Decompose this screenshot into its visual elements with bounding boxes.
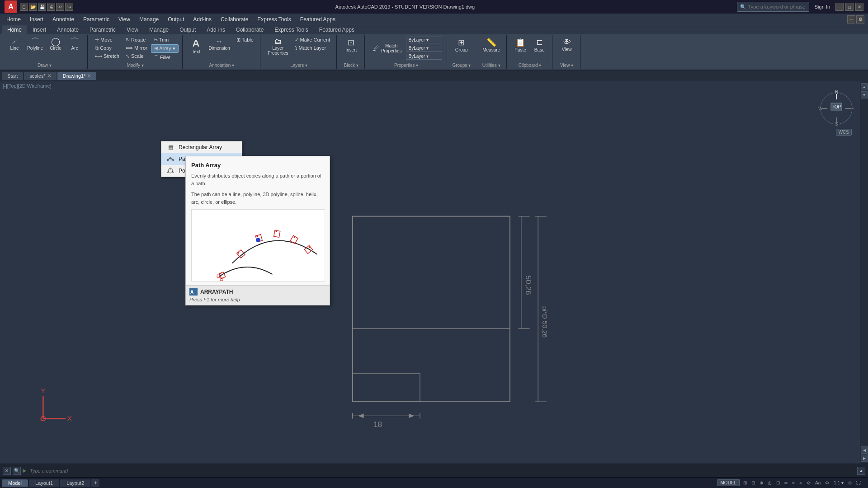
- ribbon-search[interactable]: 🔍 Type a keyword or phrase: [737, 2, 809, 12]
- menu-parametric[interactable]: Parametric: [79, 15, 114, 23]
- view-btn[interactable]: 👁 View: [558, 36, 576, 53]
- tab-express[interactable]: Express Tools: [269, 25, 313, 34]
- layout-tab-add[interactable]: +: [91, 479, 99, 487]
- status-model[interactable]: MODEL: [717, 479, 740, 486]
- close-btn[interactable]: ✕: [855, 3, 863, 11]
- cmd-expand-btn[interactable]: ▲: [857, 467, 865, 475]
- menu-home[interactable]: Home: [2, 15, 25, 23]
- undo-btn[interactable]: ↩: [56, 3, 64, 11]
- insert-btn[interactable]: ⊡ Insert: [342, 36, 360, 54]
- bylayer-lineweight[interactable]: ByLayer ▾: [406, 53, 442, 60]
- tab-annotate[interactable]: Annotate: [52, 25, 84, 34]
- dimension-btn[interactable]: ↔ Dimension: [206, 36, 233, 52]
- tab-scales-close[interactable]: ✕: [47, 73, 51, 78]
- stretch-btn[interactable]: ⟷ Stretch: [92, 52, 122, 60]
- tab-insert[interactable]: Insert: [27, 25, 52, 34]
- base-btn[interactable]: ⊏ Base: [530, 36, 548, 54]
- tab-parametric[interactable]: Parametric: [84, 25, 121, 34]
- rectangular-array-item[interactable]: ▦ Rectangular Array: [161, 141, 242, 153]
- tab-collaborate[interactable]: Collaborate: [231, 25, 269, 34]
- panel-btn-3[interactable]: ◀: [861, 446, 868, 454]
- line-btn[interactable]: ⟋ Line: [5, 36, 24, 52]
- copy-btn[interactable]: ⧉ Copy: [92, 44, 122, 52]
- menu-collaborate[interactable]: Collaborate: [216, 15, 253, 23]
- tab-scales[interactable]: scales* ✕: [24, 72, 56, 80]
- ribbon-settings-btn[interactable]: ⚙: [856, 15, 864, 23]
- sel-btn[interactable]: ⊘: [805, 480, 812, 486]
- fullscreen-btn[interactable]: ⛶: [854, 480, 863, 486]
- clipboard-group-label: Clipboard ▾: [519, 63, 542, 68]
- redo-btn[interactable]: ↪: [65, 3, 73, 11]
- menu-annotate[interactable]: Annotate: [48, 15, 79, 23]
- match-layer-btn[interactable]: ⤵ Match Layer: [292, 44, 333, 52]
- save-btn[interactable]: 💾: [38, 3, 46, 11]
- trim-btn[interactable]: ✂ Trim: [151, 36, 179, 44]
- ortho-btn[interactable]: ⊕: [758, 480, 765, 486]
- osnap-btn[interactable]: ⊡: [774, 480, 782, 486]
- bylayer-color[interactable]: ByLayer ▾: [406, 37, 442, 43]
- anno-btn[interactable]: Aa: [813, 480, 822, 486]
- tab-start[interactable]: Start: [2, 72, 23, 80]
- layout-tab-model[interactable]: Model: [2, 479, 28, 487]
- polyline-btn[interactable]: ⌒ Polyline: [24, 36, 46, 52]
- fillet-btn[interactable]: ⌒ Fillet: [151, 53, 179, 62]
- tab-drawing1[interactable]: Drawing1* ✕: [57, 72, 97, 80]
- cmd-clear-btn[interactable]: ✕: [3, 467, 11, 475]
- menu-insert[interactable]: Insert: [25, 15, 48, 23]
- panel-btn-4[interactable]: ▶: [861, 455, 868, 462]
- panel-btn-2[interactable]: ▼: [861, 91, 868, 99]
- layout-tab-layout1[interactable]: Layout1: [29, 479, 59, 487]
- rotate-btn[interactable]: ↻ Rotate: [123, 36, 150, 44]
- ribbon-minimize-btn[interactable]: ─: [847, 15, 855, 23]
- tab-manage[interactable]: Manage: [144, 25, 174, 34]
- menu-view[interactable]: View: [114, 15, 135, 23]
- restore-btn[interactable]: □: [845, 3, 854, 11]
- make-current-btn[interactable]: ✓ Make Current: [292, 36, 333, 44]
- sign-in-btn[interactable]: Sign In: [811, 3, 834, 10]
- snap-btn[interactable]: ⊟: [750, 480, 757, 486]
- paste-btn[interactable]: 📋 Paste: [511, 36, 529, 54]
- canvas[interactable]: [-][Top][2D Wireframe] 50,26 pi*D 50,26: [0, 81, 868, 464]
- arc-btn[interactable]: ⌒ Arc: [66, 36, 84, 52]
- menu-output[interactable]: Output: [163, 15, 189, 23]
- text-btn[interactable]: A Text: [187, 36, 205, 56]
- trans-btn[interactable]: ⟡: [797, 480, 804, 486]
- grid-btn[interactable]: ⊞: [741, 480, 749, 486]
- menu-addins[interactable]: Add-ins: [189, 15, 216, 23]
- otrack-btn[interactable]: ∞: [783, 480, 789, 486]
- move-btn[interactable]: ✛ Move: [92, 36, 122, 44]
- app-logo[interactable]: A: [5, 0, 17, 13]
- array-btn[interactable]: ⊞ Array ▾: [151, 44, 179, 53]
- tab-output[interactable]: Output: [174, 25, 201, 34]
- bylayer-linetype[interactable]: ByLayer ▾: [406, 45, 442, 52]
- match-properties-btn[interactable]: 🖊 MatchProperties: [370, 42, 405, 55]
- new-btn[interactable]: 🗋: [20, 3, 28, 11]
- plot-btn[interactable]: 🖨: [47, 3, 55, 11]
- menu-manage[interactable]: Manage: [135, 15, 163, 23]
- tab-featured[interactable]: Featured Apps: [314, 25, 360, 34]
- table-btn[interactable]: ⊞ Table: [234, 36, 256, 44]
- command-input[interactable]: [28, 467, 855, 474]
- menu-featured[interactable]: Featured Apps: [296, 15, 340, 23]
- panel-btn-1[interactable]: ▲: [861, 83, 868, 90]
- circle-btn[interactable]: ◯ Circle: [47, 36, 65, 52]
- scale-btn[interactable]: ⤡ Scale: [123, 52, 150, 60]
- workspace-btn[interactable]: ⚙: [823, 480, 831, 486]
- minimize-btn[interactable]: ─: [835, 3, 844, 11]
- lineweight-btn[interactable]: ≡: [790, 480, 797, 486]
- group-btn[interactable]: ⊞ Group: [453, 36, 471, 54]
- scale-btn[interactable]: 1:1 ▾: [832, 480, 845, 486]
- zoom-btn[interactable]: ⊕: [846, 480, 854, 486]
- mirror-btn[interactable]: ⟺ Mirror: [123, 44, 150, 52]
- layer-properties-btn[interactable]: 🗂 LayerProperties: [265, 36, 291, 57]
- tab-drawing1-close[interactable]: ✕: [87, 73, 91, 78]
- layout-tab-layout2[interactable]: Layout2: [60, 479, 90, 487]
- open-btn[interactable]: 📂: [29, 3, 37, 11]
- tab-addins[interactable]: Add-ins: [201, 25, 231, 34]
- polar-btn[interactable]: ◎: [766, 480, 774, 486]
- tab-view[interactable]: View: [121, 25, 144, 34]
- tab-home[interactable]: Home: [2, 25, 27, 34]
- measure-btn[interactable]: 📏 Measure: [480, 36, 503, 54]
- menu-express[interactable]: Express Tools: [253, 15, 295, 23]
- cmd-search-btn[interactable]: 🔍: [13, 467, 21, 475]
